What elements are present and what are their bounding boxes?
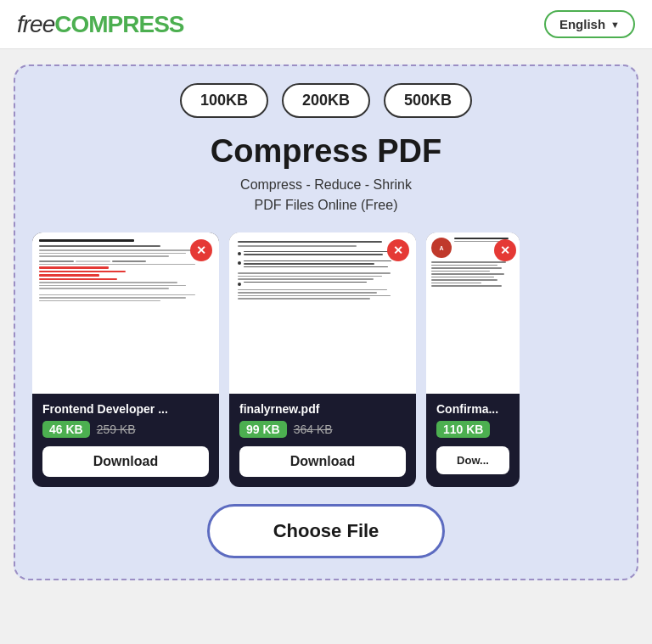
card-1-info: Frontend Developer ... 46 KB 259 KB Down… — [32, 394, 219, 487]
file-card-1: ✕ Frontend Developer ... 46 KB 259 KB Do… — [32, 232, 219, 487]
logo: freeCOMPRESS — [17, 11, 184, 38]
file-card-2: ✕ finalyrnew.pdf 99 KB 364 KB Download — [229, 232, 416, 487]
card-2-sizes: 99 KB 364 KB — [239, 421, 406, 438]
card-3-new-size: 110 KB — [436, 421, 490, 438]
chevron-down-icon: ▼ — [610, 20, 620, 30]
card-2-filename: finalyrnew.pdf — [239, 402, 406, 416]
card-3-preview: A — [426, 232, 520, 394]
card-3-filename: Confirma... — [436, 402, 509, 416]
card-1-preview: ✕ — [32, 232, 219, 394]
card-1-old-size: 259 KB — [97, 423, 136, 436]
file-cards-container: ✕ Frontend Developer ... 46 KB 259 KB Do… — [32, 232, 620, 487]
card-2-info: finalyrnew.pdf 99 KB 364 KB Download — [229, 394, 416, 487]
language-label: English — [559, 17, 605, 31]
card-3-info: Confirma... 110 KB Dow... — [426, 394, 520, 484]
upload-area: 100KB 200KB 500KB Compress PDF Compress … — [14, 64, 638, 580]
card-1-sizes: 46 KB 259 KB — [42, 421, 209, 438]
main-content: 100KB 200KB 500KB Compress PDF Compress … — [0, 49, 652, 597]
pill-100kb[interactable]: 100KB — [180, 83, 268, 118]
header: freeCOMPRESS English ▼ — [0, 0, 652, 49]
logo-free-text: free — [17, 11, 54, 37]
card-1-download-button[interactable]: Download — [42, 446, 209, 477]
pill-200kb[interactable]: 200KB — [282, 83, 370, 118]
card-3-download-button[interactable]: Dow... — [436, 446, 509, 474]
pill-500kb[interactable]: 500KB — [384, 83, 472, 118]
card-2-new-size: 99 KB — [239, 421, 287, 438]
card-2-old-size: 364 KB — [294, 423, 333, 436]
close-card-3-button[interactable]: ✕ — [494, 239, 516, 261]
size-pills-group: 100KB 200KB 500KB — [32, 83, 620, 118]
page-subtitle: Compress - Reduce - Shrink PDF Files Onl… — [32, 175, 620, 216]
card-3-sizes: 110 KB — [436, 421, 509, 438]
logo-compress-text: COMPRESS — [54, 11, 183, 37]
page-title: Compress PDF — [32, 133, 620, 170]
language-selector[interactable]: English ▼ — [544, 10, 635, 38]
file-card-3: A — [426, 232, 520, 487]
close-card-2-button[interactable]: ✕ — [387, 239, 409, 261]
choose-file-button[interactable]: Choose File — [207, 504, 445, 558]
card-1-filename: Frontend Developer ... — [42, 402, 209, 416]
card-2-preview: ✕ — [229, 232, 416, 394]
close-card-1-button[interactable]: ✕ — [190, 239, 212, 261]
card-1-new-size: 46 KB — [42, 421, 90, 438]
card-2-download-button[interactable]: Download — [239, 446, 406, 477]
